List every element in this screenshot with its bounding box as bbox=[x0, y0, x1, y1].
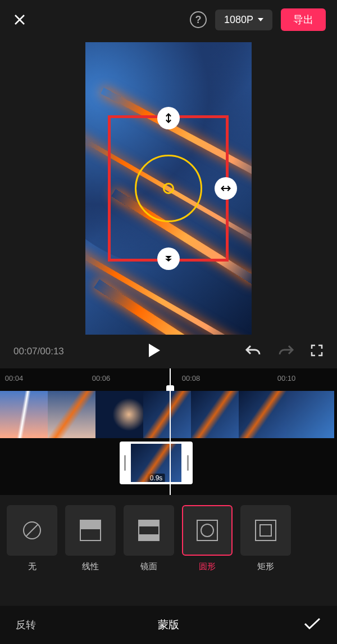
clip-thumbnail[interactable] bbox=[239, 391, 286, 438]
mask-option-label: 矩形 bbox=[257, 561, 274, 572]
mask-option-none[interactable]: 无 bbox=[7, 505, 57, 572]
play-button[interactable] bbox=[148, 343, 161, 361]
export-button[interactable]: 导出 bbox=[281, 8, 326, 31]
resolution-value: 1080P bbox=[224, 14, 253, 26]
clip-thumbnail[interactable] bbox=[143, 391, 191, 438]
ruler-mark: 00:08 bbox=[182, 374, 201, 382]
clip-thumbnail[interactable] bbox=[48, 391, 95, 438]
confirm-button[interactable] bbox=[303, 617, 321, 633]
playhead[interactable] bbox=[170, 368, 171, 495]
clip-thumbnail[interactable] bbox=[95, 391, 143, 438]
video-preview[interactable] bbox=[85, 42, 252, 335]
svg-rect-5 bbox=[139, 520, 159, 526]
clip-thumbnail[interactable] bbox=[191, 391, 239, 438]
panel-title: 蒙版 bbox=[158, 618, 179, 632]
circle-icon bbox=[182, 505, 233, 556]
help-button[interactable]: ? bbox=[190, 11, 207, 28]
svg-rect-3 bbox=[80, 520, 101, 529]
clip-duration: 0.9s bbox=[148, 474, 165, 482]
redo-button bbox=[277, 343, 294, 360]
clip-trim-handle-left[interactable] bbox=[120, 442, 130, 484]
clip-trim-handle-right[interactable] bbox=[183, 442, 193, 484]
mirror-icon bbox=[124, 505, 174, 556]
mask-handle-horizontal[interactable] bbox=[215, 177, 237, 200]
undo-button[interactable] bbox=[245, 343, 262, 360]
invert-mask-button[interactable]: 反转 bbox=[16, 618, 36, 632]
mask-option-mirror[interactable]: 镜面 bbox=[124, 505, 174, 572]
selected-clip[interactable]: 0.9s bbox=[120, 442, 193, 484]
mask-option-label: 无 bbox=[28, 561, 37, 572]
mask-type-options: 无线性镜面圆形矩形 bbox=[0, 495, 337, 577]
svg-rect-9 bbox=[256, 520, 276, 541]
timeline-ruler: 00:0400:0600:0800:10 bbox=[0, 368, 337, 385]
clip-thumbnail[interactable] bbox=[0, 391, 48, 438]
none-icon bbox=[7, 505, 57, 556]
mask-option-circle[interactable]: 圆形 bbox=[182, 505, 233, 572]
ruler-mark: 00:06 bbox=[92, 374, 111, 382]
mask-selection-box[interactable] bbox=[108, 115, 229, 262]
resolution-dropdown[interactable]: 1080P bbox=[215, 10, 272, 30]
linear-icon bbox=[65, 505, 116, 556]
mask-handle-vertical[interactable] bbox=[157, 107, 180, 129]
timeline[interactable]: 00:0400:0600:0800:10 + 0.9s bbox=[0, 368, 337, 495]
ruler-mark: 00:10 bbox=[277, 374, 296, 382]
fullscreen-button[interactable] bbox=[310, 344, 324, 359]
svg-point-8 bbox=[201, 524, 213, 537]
svg-line-1 bbox=[26, 525, 38, 536]
mask-option-rect[interactable]: 矩形 bbox=[240, 505, 291, 572]
mask-option-label: 圆形 bbox=[199, 561, 216, 572]
mask-option-label: 镜面 bbox=[140, 561, 157, 572]
svg-rect-7 bbox=[197, 520, 217, 541]
svg-rect-6 bbox=[139, 534, 159, 541]
mask-handle-feather[interactable] bbox=[157, 247, 180, 270]
mask-circle-center bbox=[163, 183, 174, 194]
ruler-mark: 00:04 bbox=[5, 374, 24, 382]
clip-thumbnail[interactable] bbox=[286, 391, 334, 438]
close-button[interactable] bbox=[11, 11, 28, 28]
selected-clip-thumbnail: 0.9s bbox=[131, 444, 181, 482]
mask-option-linear[interactable]: 线性 bbox=[65, 505, 116, 572]
video-track[interactable]: + bbox=[0, 391, 337, 438]
rect-icon bbox=[240, 505, 291, 556]
svg-rect-10 bbox=[260, 525, 271, 536]
mask-option-label: 线性 bbox=[82, 561, 99, 572]
playback-time: 00:07/00:13 bbox=[13, 346, 64, 357]
